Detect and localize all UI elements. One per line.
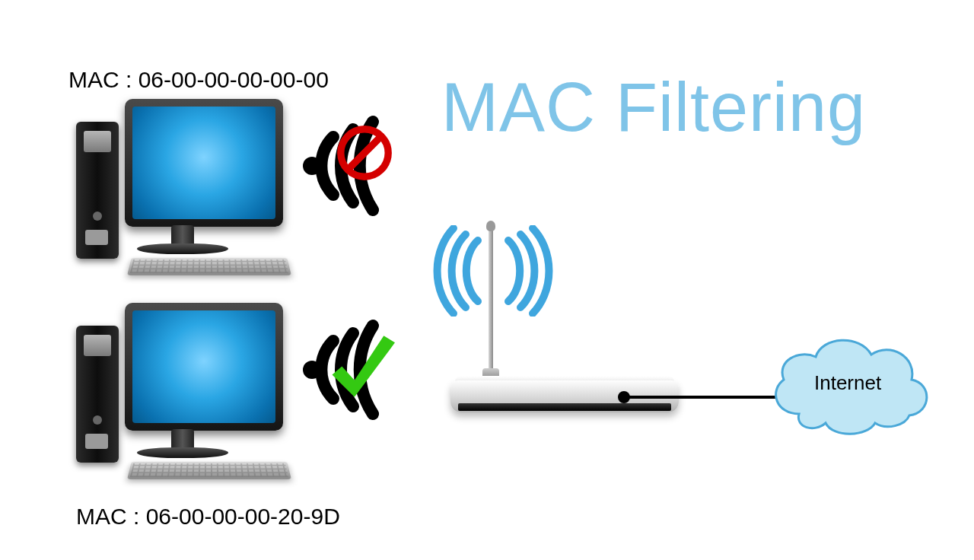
mac-address-blocked: MAC : 06-00-00-00-00-00	[68, 67, 329, 93]
svg-point-0	[303, 157, 321, 175]
diagram-title: MAC Filtering	[441, 68, 866, 147]
wifi-broadcast-icon	[432, 225, 554, 317]
svg-point-3	[303, 361, 321, 379]
pc-tower-icon	[76, 122, 119, 259]
internet-label: Internet	[814, 371, 881, 395]
monitor-icon	[125, 99, 283, 227]
router-icon	[450, 365, 679, 418]
monitor-base	[137, 243, 228, 254]
keyboard-icon	[127, 258, 291, 275]
pc-tower-icon	[76, 326, 119, 463]
checkmark-icon	[320, 329, 403, 412]
svg-line-2	[348, 136, 381, 170]
monitor-icon	[125, 303, 283, 431]
computer-blocked	[76, 99, 289, 274]
monitor-base	[137, 447, 228, 458]
keyboard-icon	[127, 462, 291, 479]
computer-allowed	[76, 303, 289, 478]
prohibited-icon	[335, 123, 394, 183]
mac-address-allowed: MAC : 06-00-00-00-20-9D	[76, 504, 340, 530]
